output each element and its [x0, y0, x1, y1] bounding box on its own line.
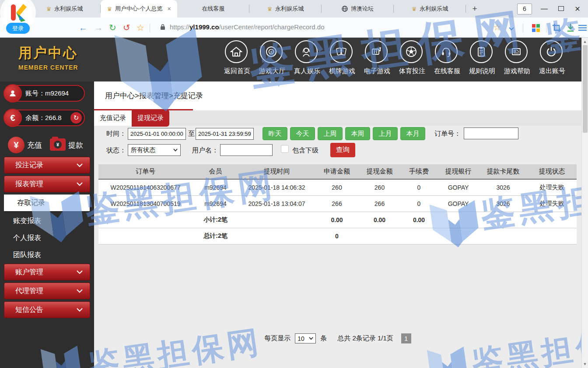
- page-scrollbar[interactable]: ▲ ▼: [581, 38, 588, 368]
- status-selected-value: 所有状态: [131, 146, 155, 154]
- username-label: 用户名：: [192, 146, 218, 155]
- status-label: 状态：: [106, 146, 126, 155]
- site-header: 用户中心 MEMBER CENTER 返回首页 8 游戏大厅 真人娱乐 棋牌游戏…: [0, 38, 588, 81]
- balance-pill: € 余额：266.8 ↻: [4, 110, 85, 126]
- headset-icon: [440, 46, 452, 58]
- tab-recharge-records[interactable]: 充值记录: [94, 110, 132, 126]
- scroll-down-icon[interactable]: ▼: [582, 362, 588, 366]
- per-page-label: 每页显示: [264, 334, 290, 343]
- close-button[interactable]: ✕: [573, 5, 582, 13]
- status-select[interactable]: 所有状态: [128, 144, 181, 156]
- apps-grid-icon[interactable]: [532, 24, 540, 32]
- browser-logo-area: 登录: [2, 0, 53, 39]
- menu-bet-records[interactable]: 投注记录: [4, 157, 90, 173]
- nav-game-hall[interactable]: 8 游戏大厅: [259, 40, 284, 75]
- refresh-button[interactable]: ↻: [109, 22, 116, 33]
- login-button[interactable]: 登录: [6, 23, 30, 34]
- quick-yesterday-button[interactable]: 昨天: [262, 127, 287, 140]
- new-tab-button[interactable]: +: [466, 0, 483, 18]
- query-button[interactable]: 查询: [330, 143, 355, 157]
- url-bar[interactable]: https://yl1999.co/userCenter/report/char…: [170, 23, 325, 31]
- page-number-button[interactable]: 1: [401, 333, 411, 343]
- order-no-input[interactable]: [464, 127, 518, 139]
- menu-sms-announcement[interactable]: 短信公告: [4, 301, 90, 318]
- tab-count-badge[interactable]: 6: [517, 4, 532, 14]
- nav-customer-service[interactable]: 在线客服: [434, 40, 458, 75]
- download-icon[interactable]: [566, 23, 575, 32]
- browser-tab-5[interactable]: 博澳论坛: [322, 0, 394, 18]
- account-pill: 账号：m92694: [4, 85, 85, 102]
- minimize-button[interactable]: —: [540, 5, 549, 13]
- nav-game-help[interactable]: 游戏帮助: [504, 40, 528, 75]
- nav-logout[interactable]: 退出账号: [539, 40, 564, 75]
- bookmark-star-button[interactable]: ☆: [494, 22, 501, 33]
- col-member: 会员: [192, 164, 238, 179]
- wallet-icon[interactable]: ¥: [50, 138, 66, 151]
- menu-agent-management[interactable]: 代理管理: [4, 283, 90, 299]
- nav-sports[interactable]: 体育投注: [399, 40, 424, 75]
- record-tabs: 充值记录 提现记录: [94, 110, 581, 126]
- yen-icon[interactable]: ¥: [8, 137, 24, 153]
- scrollbar-thumb[interactable]: [583, 45, 588, 133]
- menu-deposit-withdraw-records-active[interactable]: 存取记录: [4, 195, 90, 211]
- quick-this-month-button[interactable]: 本月: [400, 127, 425, 140]
- menu-team-report[interactable]: 团队报表: [0, 247, 94, 264]
- withdraw-link[interactable]: 提款: [68, 140, 83, 150]
- recharge-link[interactable]: 充值: [27, 140, 42, 150]
- chevron-down-icon: [77, 270, 83, 274]
- refresh-balance-icon[interactable]: ↻: [70, 112, 82, 124]
- nav-home[interactable]: 返回首页: [224, 40, 248, 75]
- browser-toolbar: ← → ↻ ↺ ☆ https://yl1999.co/userCenter/r…: [0, 18, 588, 38]
- pagination: 每页显示 10 条 总共 2条记录 1/1页 1: [94, 333, 581, 343]
- tab-close-icon[interactable]: ×: [167, 5, 171, 12]
- menu-account-change-report[interactable]: 账变报表: [0, 212, 94, 230]
- date-to-input[interactable]: [196, 128, 254, 140]
- nav-slots[interactable]: 电子游戏: [364, 40, 388, 75]
- quick-today-button[interactable]: 今天: [290, 127, 315, 140]
- undo-navigation-button[interactable]: ↺: [123, 22, 130, 33]
- nav-live-casino[interactable]: 真人娱乐: [294, 40, 318, 75]
- back-button[interactable]: ←: [79, 22, 88, 33]
- to-label: 至: [188, 130, 195, 138]
- col-order-no: 订单号: [98, 164, 192, 179]
- browser-tab-bar: ♛ 永利娱乐城 ♛ 用户中心-个人总览 × 在线客服 ♛ 永利娱乐城 博澳论坛 …: [0, 0, 588, 18]
- nav-card-games[interactable]: 棋牌游戏: [329, 40, 354, 75]
- browser-tab-6[interactable]: ♛ 永利娱乐城: [394, 0, 466, 18]
- menu-account-management[interactable]: 账户管理: [4, 264, 90, 280]
- unit-label: 条: [320, 334, 327, 343]
- browser-tab-3[interactable]: 在线客服: [177, 0, 249, 18]
- chevron-down-icon[interactable]: [509, 27, 514, 31]
- withdraw-records-table: 订单号 会员 提现时间 申请金额 提现金额 手续费 提现银行 提款卡尾数 提现状…: [98, 164, 577, 244]
- select-arrow-icon: [309, 337, 313, 340]
- maximize-button[interactable]: [556, 5, 565, 13]
- tab-label: 永利娱乐城: [54, 5, 83, 13]
- quick-last-month-button[interactable]: 上月: [373, 127, 398, 140]
- nav-rules[interactable]: 规则说明: [469, 40, 494, 75]
- menu-report-management[interactable]: 报表管理: [4, 176, 90, 192]
- records-summary: 总共 2条记录 1/1页: [337, 334, 393, 343]
- menu-personal-report[interactable]: 个人报表: [0, 230, 94, 247]
- table-row: W2025011814063200677 m92694 2025-01-18 1…: [98, 179, 577, 195]
- subtotal-label: 小计:2笔: [192, 212, 238, 228]
- per-page-select[interactable]: 10: [295, 333, 316, 343]
- eight-ball-icon: 8: [265, 46, 277, 58]
- scroll-up-icon[interactable]: ▲: [582, 39, 588, 44]
- quick-last-week-button[interactable]: 上周: [318, 127, 343, 140]
- sidebar-menu: 投注记录 报表管理 存取记录 账变报表 个人报表 团队报表 账户管理 代理管理 …: [0, 157, 94, 320]
- quick-this-week-button[interactable]: 本周: [345, 127, 370, 140]
- screenshot-crop-icon[interactable]: [552, 23, 561, 32]
- username-input[interactable]: [220, 144, 273, 156]
- url-scheme: https://: [170, 23, 189, 31]
- tab-withdraw-records-active[interactable]: 提现记录: [132, 110, 169, 127]
- include-subordinates-checkbox[interactable]: [281, 145, 289, 153]
- forward-button[interactable]: →: [94, 22, 103, 33]
- date-from-input[interactable]: [128, 128, 186, 140]
- favorite-star-button[interactable]: ☆: [136, 22, 144, 33]
- logo-subtitle: MEMBER CENTER: [18, 64, 78, 71]
- include-subordinates-label: 包含下级: [292, 146, 318, 155]
- browser-tab-2-active[interactable]: ♛ 用户中心-个人总览 ×: [101, 0, 177, 18]
- col-status: 提现状态: [527, 164, 577, 179]
- menu-hamburger-icon[interactable]: [578, 25, 587, 31]
- col-card-tail: 提款卡尾数: [479, 164, 527, 179]
- browser-tab-4[interactable]: ♛ 永利娱乐城: [249, 0, 322, 18]
